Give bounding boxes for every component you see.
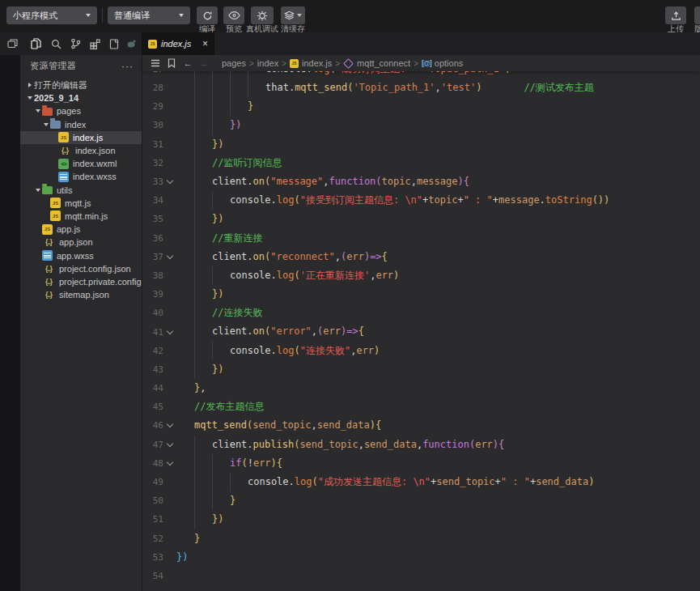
code-line[interactable]: 54 xyxy=(142,567,700,585)
tree-item-mqtt.min.js[interactable]: mqtt.min.js xyxy=(20,210,142,223)
code-line[interactable]: 48if(!err){ xyxy=(142,454,700,473)
breadcrumb-item-mqtt_connect[interactable]: mqtt_connect xyxy=(343,58,410,68)
code-line[interactable]: 41client.on("error",(err)=>{ xyxy=(142,322,700,341)
code-comment: //发布主题信息 xyxy=(194,401,264,412)
code-line[interactable]: 40//连接失败 xyxy=(142,304,700,322)
indent-guide xyxy=(194,172,212,191)
tree-item-app.js[interactable]: app.js xyxy=(20,223,142,236)
tree-item--[interactable]: 打开的编辑器 xyxy=(20,79,142,91)
code-line[interactable]: 31}) xyxy=(142,135,700,154)
theme-icon[interactable] xyxy=(124,36,138,51)
tree-item-utils[interactable]: utils xyxy=(20,184,142,197)
breadcrumb-label: pages xyxy=(222,58,246,68)
breadcrumb-item-index.js[interactable]: index.js xyxy=(290,58,332,68)
code-line[interactable]: 44}, xyxy=(142,379,700,398)
mode-dropdown[interactable]: 小程序模式 xyxy=(6,6,97,24)
nav-forward-icon[interactable]: → xyxy=(197,57,210,70)
json-file-icon xyxy=(42,263,55,274)
source-control-icon[interactable] xyxy=(68,36,83,51)
code-line[interactable]: 28that.mqtt_send('Topic_path_1','test')/… xyxy=(142,79,700,97)
bookmark-icon[interactable] xyxy=(165,57,178,70)
code-line[interactable]: 35}) xyxy=(142,210,700,228)
code-text: }) xyxy=(176,116,241,134)
tree-item-project.private.config.js...[interactable]: project.private.config.js... xyxy=(20,275,142,288)
tree-item-project.config.json[interactable]: project.config.json xyxy=(20,262,142,275)
code-line[interactable]: 36//重新连接 xyxy=(142,229,700,248)
tree-item-index.wxss[interactable]: index.wxss xyxy=(20,170,142,183)
code-line[interactable]: 34console.log("接受到订阅主题信息: \n"+topic+" : … xyxy=(142,191,700,210)
close-icon[interactable]: × xyxy=(202,39,208,49)
tree-item-index.js[interactable]: index.js xyxy=(20,131,142,144)
files-icon[interactable] xyxy=(28,36,43,51)
breadcrumb-item-pages[interactable]: pages xyxy=(222,58,246,68)
code-line[interactable]: 37client.on("reconnect",(err)=>{ xyxy=(142,248,700,266)
breadcrumb-separator: > xyxy=(282,59,286,68)
indent-space xyxy=(176,454,194,473)
more-actions-icon[interactable]: ··· xyxy=(121,61,134,72)
code-line[interactable]: 33client.on("message",function(topic,mes… xyxy=(142,172,700,191)
line-number: 49 xyxy=(142,477,163,487)
indent-space xyxy=(176,436,194,454)
fold-chevron-icon[interactable] xyxy=(163,444,176,446)
tree-item-pages[interactable]: pages xyxy=(20,104,142,117)
clear-cache-button[interactable] xyxy=(281,6,305,24)
line-number: 46 xyxy=(142,420,163,431)
preview-button[interactable] xyxy=(223,6,244,24)
compile-button[interactable] xyxy=(197,6,218,24)
tree-item-label: 打开的编辑器 xyxy=(34,79,87,91)
document-icon[interactable] xyxy=(107,36,121,51)
indent-space xyxy=(176,229,194,248)
upload-button[interactable] xyxy=(665,6,686,24)
code-text: console.log('正在重新连接',err) xyxy=(176,266,399,285)
code-line[interactable]: 50} xyxy=(142,491,700,510)
code-line[interactable]: 38console.log('正在重新连接',err) xyxy=(142,266,700,285)
indent-guide xyxy=(230,79,248,97)
search-icon[interactable] xyxy=(49,36,63,51)
code-line[interactable]: 46mqtt_send(send_topic,send_data){ xyxy=(142,416,700,435)
tree-item-2025_9_14[interactable]: 2025_9_14 xyxy=(20,91,142,104)
tree-item-index.wxml[interactable]: index.wxml xyxy=(20,157,142,170)
version-button-partial[interactable] xyxy=(694,6,700,24)
code-line[interactable]: 27console.log('成功订阅主题: '+'Topic_path_1') xyxy=(142,71,700,79)
code-line[interactable]: 30}) xyxy=(142,116,700,134)
tree-item-index[interactable]: index xyxy=(20,118,142,131)
chevron-down-icon xyxy=(25,96,34,100)
fold-chevron-icon[interactable] xyxy=(163,256,176,258)
code-line[interactable]: 51}) xyxy=(142,510,700,529)
code-line[interactable]: 29} xyxy=(142,97,700,116)
fold-chevron-icon[interactable] xyxy=(163,181,176,183)
code-line[interactable]: 42console.log("连接失败",err) xyxy=(142,342,700,360)
code-comment: //监听订阅信息 xyxy=(212,157,282,168)
tab-index-js[interactable]: index.js × xyxy=(142,32,214,55)
code-line[interactable]: 53}) xyxy=(142,548,700,567)
indent-guide xyxy=(248,79,265,97)
tree-item-mqtt.js[interactable]: mqtt.js xyxy=(20,197,142,210)
nav-back-icon[interactable]: ← xyxy=(181,57,194,70)
window-restore-icon[interactable] xyxy=(5,36,19,51)
fold-chevron-icon[interactable] xyxy=(163,462,176,465)
indent-guide xyxy=(194,360,212,379)
code-line[interactable]: 39}) xyxy=(142,285,700,304)
breadcrumb-item-index[interactable]: index xyxy=(257,58,278,68)
breadcrumb-item-options[interactable]: options xyxy=(422,58,463,68)
code-area[interactable]: 27console.log('成功订阅主题: '+'Topic_path_1')… xyxy=(142,71,700,591)
chevron-down-icon xyxy=(41,123,50,126)
indent-space xyxy=(176,79,194,97)
code-line[interactable]: 49console.log("成功发送主题信息: \n"+send_topic+… xyxy=(142,473,700,491)
indent-space xyxy=(176,71,194,79)
outline-list-icon[interactable] xyxy=(149,57,162,70)
extensions-icon[interactable] xyxy=(87,36,102,51)
code-line[interactable]: 47client.publish(send_topic,send_data,fu… xyxy=(142,436,700,454)
tree-item-sitemap.json[interactable]: sitemap.json xyxy=(20,288,142,301)
fold-chevron-icon[interactable] xyxy=(163,424,176,427)
code-line[interactable]: 32//监听订阅信息 xyxy=(142,154,700,172)
tree-item-app.json[interactable]: app.json xyxy=(20,236,142,249)
code-line[interactable]: 45//发布主题信息 xyxy=(142,398,700,416)
compile-mode-dropdown[interactable]: 普通编译 xyxy=(108,6,190,24)
device-debug-button[interactable] xyxy=(251,6,274,24)
fold-chevron-icon[interactable] xyxy=(163,331,176,334)
tree-item-index.json[interactable]: index.json xyxy=(20,144,142,157)
code-line[interactable]: 43}) xyxy=(142,360,700,379)
tree-item-app.wxss[interactable]: app.wxss xyxy=(20,249,142,261)
code-line[interactable]: 52} xyxy=(142,529,700,548)
